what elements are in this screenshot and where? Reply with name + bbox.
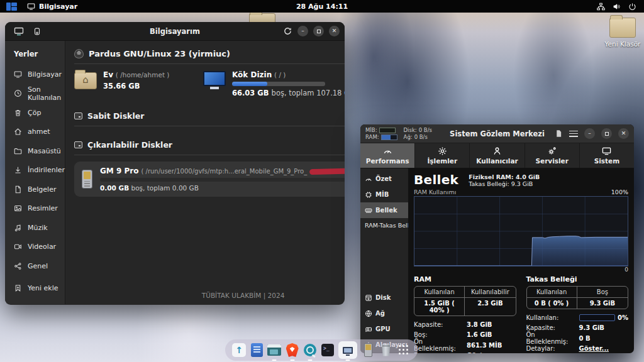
- nav-bellek[interactable]: Bellek: [360, 202, 408, 218]
- menu-icon[interactable]: [569, 131, 578, 137]
- nav-gpu[interactable]: GPU: [360, 321, 408, 337]
- package-manager-icon[interactable]: [249, 343, 264, 358]
- network-icon[interactable]: [597, 3, 605, 11]
- section-title: Sabit Diskler: [87, 111, 144, 121]
- close-button[interactable]: ✕: [329, 26, 340, 36]
- tab-sistem[interactable]: Sistem: [580, 143, 634, 168]
- tab-performans[interactable]: Performans: [360, 143, 415, 168]
- minimize-button[interactable]: –: [297, 26, 308, 36]
- show-applications-icon[interactable]: [396, 343, 411, 358]
- swap-usage-bar: [579, 314, 616, 321]
- tab-servisler[interactable]: Servisler: [525, 143, 580, 168]
- download-icon: [14, 166, 22, 174]
- terminal-icon[interactable]: [320, 343, 335, 358]
- gauge-icon: [383, 146, 392, 156]
- sidebar-item-label: Masaüstü: [28, 147, 61, 155]
- disk-icon: [365, 294, 372, 302]
- nav-ag[interactable]: Ağ: [360, 305, 408, 321]
- details-show-link[interactable]: Göster...: [579, 345, 609, 352]
- hardware-show-link[interactable]: Göster...: [467, 352, 497, 353]
- pardus-logo-icon[interactable]: [6, 3, 17, 11]
- power-icon[interactable]: [628, 3, 636, 11]
- mini-cpu-graph: [379, 128, 396, 133]
- ram-stat-box: Kullanılan Kullanılabilir 1.5 GiB ( 40% …: [414, 286, 516, 316]
- physical-ram-info: Fiziksel RAM: 4.0 GiB: [469, 173, 540, 180]
- nav-ozet[interactable]: Özet: [360, 171, 408, 187]
- document-icon: [14, 185, 22, 194]
- hardware-label: Donanım:: [414, 352, 467, 353]
- sidebar-item-label: İndirilenler: [28, 166, 65, 174]
- sidebar-item-label: Son Kullanılan: [28, 85, 65, 102]
- minimize-button[interactable]: –: [584, 128, 595, 139]
- my-computer-icon[interactable]: [338, 343, 358, 358]
- nav-mib[interactable]: MİB: [360, 187, 408, 202]
- home-volume[interactable]: Ev ( /home/ahmet ) 35.66 GB: [74, 70, 203, 97]
- add-bookmark-button[interactable]: Yeni ekle: [14, 279, 58, 299]
- sidebar-item-ahmet[interactable]: ahmet: [14, 123, 65, 142]
- devices-view-icon[interactable]: [33, 26, 42, 36]
- sidebar-item-belgeler[interactable]: Belgeler: [14, 180, 65, 199]
- free-value: 9.3 GiB: [577, 297, 628, 309]
- tab-kullanicilar[interactable]: Kullanıcılar: [470, 143, 525, 168]
- tab-label: Performans: [366, 157, 409, 165]
- sidebar-item-cop[interactable]: Çöp: [14, 103, 65, 123]
- desktop-new-folder[interactable]: Yeni Klasör: [601, 18, 644, 48]
- phone-device-icon[interactable]: [361, 343, 376, 358]
- maximize-button[interactable]: [313, 26, 324, 36]
- software-updater-icon[interactable]: [231, 343, 247, 358]
- nav-label: GPU: [375, 326, 391, 332]
- mini-disk-value: 0 B/s: [419, 127, 432, 133]
- sidebar-item-muzik[interactable]: Müzik: [14, 218, 65, 238]
- search-tool-icon[interactable]: [303, 343, 318, 358]
- divider: [74, 155, 345, 155]
- sidebar-item-masaustu[interactable]: Masaüstü: [14, 141, 65, 161]
- nav-ram-takas[interactable]: RAM-Takas Bell: [360, 218, 408, 232]
- monitor-titlebar[interactable]: MİB: RAM: Disk: 0 B/s Ağ: 0 B/s Sis: [360, 124, 634, 143]
- root-usage-bar: [232, 82, 325, 86]
- device-total: boş, toplam 0.00 GB: [131, 184, 199, 192]
- sidebar-item-resimler[interactable]: Resimler: [14, 199, 65, 219]
- app-menu[interactable]: Bilgisayar: [22, 0, 82, 13]
- video-icon: [14, 243, 22, 251]
- sidebar-item-son-kullanilan[interactable]: Son Kullanılan: [14, 84, 65, 104]
- sidebar-item-indirilenler[interactable]: İndirilenler: [14, 161, 65, 180]
- trash-icon[interactable]: [379, 343, 394, 358]
- trash-icon: [14, 109, 22, 117]
- refresh-button[interactable]: [283, 26, 292, 36]
- sidebar-item-videolar[interactable]: Videolar: [14, 238, 65, 257]
- close-button[interactable]: ✕: [618, 128, 629, 139]
- ram-icon: [365, 207, 372, 214]
- brave-browser-icon[interactable]: [285, 343, 300, 358]
- swap-stats-column: Takas Belleği Kullanılan Boş 0 B ( 0% ) …: [526, 275, 629, 353]
- used-value: 0 B ( 0% ): [527, 297, 577, 309]
- device-path: ( /run/user/1000/gvfs/mtp:h...eral_Mobil…: [141, 168, 307, 175]
- tab-label: Servisler: [535, 157, 568, 165]
- used-value: 1.5 GiB ( 40% ): [414, 297, 465, 315]
- removable-device-card[interactable]: GM 9 Pro ( /run/user/1000/gvfs/mtp:h...e…: [74, 162, 345, 197]
- volume-size: 35.66 GB: [103, 82, 169, 90]
- maximize-button[interactable]: [601, 128, 612, 139]
- mini-net-value: 0 B/s: [414, 134, 428, 140]
- used-header: Kullanılan: [414, 287, 465, 297]
- volume-name: Kök Dizin: [232, 70, 272, 79]
- tab-islemler[interactable]: İşlemler: [415, 143, 470, 168]
- files-app-icon[interactable]: [267, 343, 282, 358]
- computer-view-icon[interactable]: [14, 26, 24, 36]
- sidebar-item-label: Müzik: [28, 224, 48, 232]
- monitor-sidebar: Özet MİB Bellek RAM-Takas Bell Disk Ağ: [360, 168, 409, 353]
- sidebar-item-bilgisayar[interactable]: Bilgisayar: [14, 65, 65, 84]
- clock[interactable]: 28 Ağu 14:11: [296, 3, 348, 11]
- section-title: Çıkarılabilir Diskler: [87, 140, 172, 150]
- sidebar-item-genel[interactable]: Genel: [14, 256, 65, 276]
- log-document-icon[interactable]: [555, 129, 563, 138]
- nav-disk[interactable]: Disk: [360, 290, 408, 305]
- free-label: Boş:: [414, 331, 467, 338]
- tab-label: İşlemler: [427, 157, 457, 165]
- available-header: Kullanılabilir: [465, 287, 515, 297]
- fm-titlebar[interactable]: Bilgisayarım – ✕: [5, 22, 345, 41]
- root-volume[interactable]: Kök Dizin ( / ) 66.03 GB boş, toplam 107…: [203, 70, 333, 97]
- volume-path: ( /home/ahmet ): [116, 71, 170, 79]
- volume-icon[interactable]: [613, 3, 621, 11]
- share-icon: [14, 262, 22, 270]
- window-title: Bilgisayarım: [150, 27, 200, 36]
